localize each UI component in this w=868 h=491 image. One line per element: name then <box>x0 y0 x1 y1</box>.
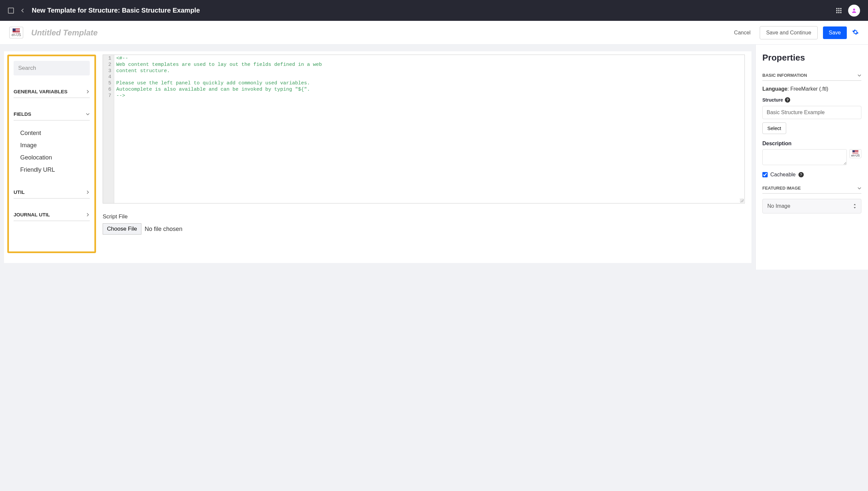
help-icon[interactable]: ? <box>785 97 790 103</box>
section-general-variables[interactable]: GENERAL VARIABLES <box>13 85 90 98</box>
settings-gear-icon[interactable] <box>852 29 859 36</box>
script-file-label: Script File <box>103 213 745 220</box>
sort-icon <box>853 204 857 208</box>
cacheable-checkbox[interactable] <box>762 172 768 177</box>
section-label: GENERAL VARIABLES <box>13 89 67 94</box>
us-flag-icon <box>12 28 20 33</box>
field-item[interactable]: Geolocation <box>20 151 90 164</box>
properties-title: Properties <box>762 53 861 63</box>
chevron-right-icon <box>86 90 90 94</box>
save-continue-button[interactable]: Save and Continue <box>760 26 817 39</box>
locale-selector[interactable]: en-US <box>9 27 23 38</box>
featured-image-section[interactable]: FEATURED IMAGE <box>762 185 861 194</box>
language-label: Language <box>762 86 788 92</box>
structure-label: Structure <box>762 97 783 103</box>
section-label: UTIL <box>13 189 25 195</box>
panel-toggle-icon[interactable] <box>8 8 14 13</box>
variables-sidebar: GENERAL VARIABLES FIELDS Content Image G… <box>7 55 96 253</box>
file-status: No file chosen <box>145 226 183 233</box>
apps-grid-icon[interactable] <box>836 8 841 13</box>
page-title: New Template for Structure: Basic Struct… <box>32 7 200 14</box>
us-flag-icon <box>852 150 859 154</box>
chevron-down-icon <box>86 112 90 116</box>
section-fields[interactable]: FIELDS <box>13 108 90 120</box>
resize-handle-icon[interactable] <box>740 199 744 202</box>
description-label: Description <box>762 141 861 147</box>
field-item[interactable]: Content <box>20 127 90 139</box>
chevron-down-icon <box>858 186 861 190</box>
chevron-down-icon <box>858 74 861 78</box>
select-structure-button[interactable]: Select <box>762 122 786 134</box>
choose-file-button[interactable]: Choose File <box>103 223 141 235</box>
svg-point-0 <box>853 9 855 10</box>
section-journal-util[interactable]: JOURNAL UTIL <box>13 208 90 221</box>
featured-value: No Image <box>767 203 790 209</box>
description-locale-selector[interactable]: en-US <box>849 149 861 158</box>
featured-image-select[interactable]: No Image <box>762 199 861 213</box>
chevron-right-icon <box>86 190 90 194</box>
basic-info-section[interactable]: BASIC INFORMATION <box>762 73 861 81</box>
language-value: FreeMarker (.ftl) <box>790 86 828 92</box>
properties-panel: Properties BASIC INFORMATION Language: F… <box>755 45 868 270</box>
section-label: BASIC INFORMATION <box>762 73 807 78</box>
section-label: FIELDS <box>13 111 31 117</box>
code-body[interactable]: <#-- Web content templates are used to l… <box>114 55 744 203</box>
field-item[interactable]: Image <box>20 139 90 151</box>
help-icon[interactable]: ? <box>798 172 804 177</box>
chevron-right-icon <box>86 213 90 217</box>
locale-label: en-US <box>11 33 21 37</box>
cacheable-label[interactable]: Cacheable <box>770 172 796 178</box>
code-editor[interactable]: 1234567 <#-- Web content templates are u… <box>103 55 745 203</box>
locale-label: en-US <box>851 154 860 157</box>
save-button[interactable]: Save <box>823 26 847 39</box>
description-textarea[interactable] <box>762 149 847 165</box>
field-item[interactable]: Friendly URL <box>20 164 90 176</box>
structure-input[interactable] <box>762 106 861 119</box>
section-label: FEATURED IMAGE <box>762 185 801 191</box>
user-avatar[interactable] <box>848 5 860 17</box>
template-name-input[interactable]: Untitled Template <box>31 28 98 37</box>
line-gutter: 1234567 <box>103 55 114 203</box>
back-button[interactable] <box>21 8 25 13</box>
cancel-button[interactable]: Cancel <box>730 27 755 38</box>
search-input[interactable] <box>13 61 90 76</box>
section-label: JOURNAL UTIL <box>13 212 50 218</box>
section-util[interactable]: UTIL <box>13 186 90 199</box>
